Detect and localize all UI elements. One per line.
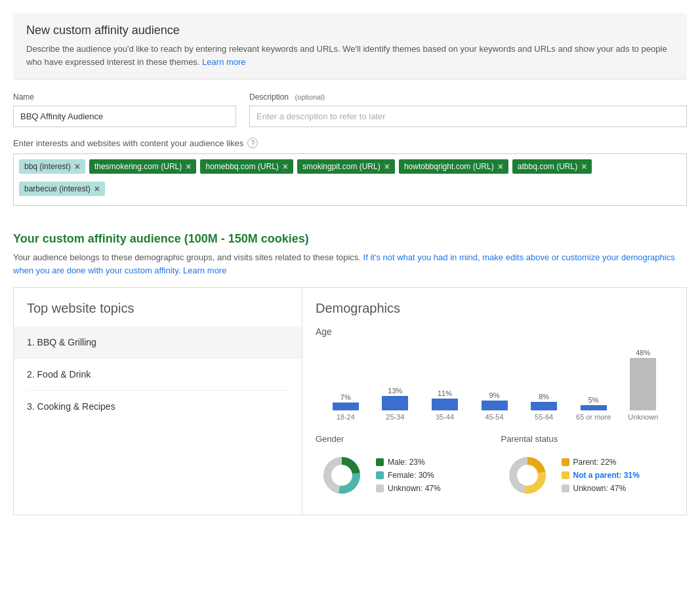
tag-close-icon[interactable]: × bbox=[581, 162, 587, 171]
age-label-item: 65 or more bbox=[570, 413, 617, 421]
topic-item: 2. Food & Drink bbox=[27, 359, 289, 391]
bar-pct-label: 48% bbox=[636, 349, 650, 357]
tags-container: bbq (interest)×thesmokering.com (URL)×ho… bbox=[13, 153, 687, 206]
tag-item: homebbq.com (URL)× bbox=[200, 159, 293, 174]
description-label: Description (optional) bbox=[249, 92, 687, 102]
learn-more-link[interactable]: Learn more bbox=[202, 57, 245, 67]
donut-segment bbox=[509, 457, 527, 494]
age-bar-col: 7% bbox=[322, 393, 369, 410]
tag-label: atbbq.com (URL) bbox=[518, 162, 577, 171]
form-row: Name Description (optional) bbox=[13, 92, 687, 127]
help-icon[interactable]: ? bbox=[247, 138, 258, 148]
legend-item: Unknown: 47% bbox=[376, 484, 441, 493]
age-bar-col: 48% bbox=[619, 349, 667, 410]
audience-description: Your audience belongs to these demograph… bbox=[13, 251, 687, 277]
gender-title: Gender bbox=[316, 434, 488, 444]
topics-title: Top website topics bbox=[27, 301, 289, 316]
age-label-item: 55-64 bbox=[520, 413, 567, 421]
legend-item: Parent: 22% bbox=[562, 458, 640, 467]
age-section: Age 7%13%11%9%8%5%48% 18-2425-3435-4445-… bbox=[316, 326, 673, 421]
legend-label: Not a parent: 31% bbox=[573, 471, 640, 480]
legend-item: Male: 23% bbox=[376, 458, 441, 467]
bar-pct-label: 13% bbox=[388, 387, 402, 395]
topic-item: 1. BBQ & Grilling bbox=[14, 326, 302, 359]
demographics-title: Demographics bbox=[316, 301, 673, 316]
legend-dot bbox=[562, 458, 569, 466]
bar-rect bbox=[333, 403, 359, 410]
bar-pct-label: 9% bbox=[489, 391, 500, 399]
tag-close-icon[interactable]: × bbox=[186, 162, 191, 171]
optional-label: (optional) bbox=[295, 93, 325, 101]
legend-dot bbox=[376, 471, 384, 479]
name-input[interactable] bbox=[13, 106, 236, 127]
tag-item: barbecue (interest)× bbox=[19, 182, 105, 196]
tag-label: bbq (interest) bbox=[24, 162, 71, 171]
age-label: Age bbox=[316, 326, 673, 337]
tag-item: bbq (interest)× bbox=[19, 159, 85, 174]
bar-rect bbox=[531, 402, 557, 410]
legend-dot bbox=[376, 484, 384, 492]
legend-dot bbox=[562, 484, 569, 492]
legend-label: Unknown: 47% bbox=[573, 484, 627, 493]
age-label-item: 25-34 bbox=[372, 413, 419, 421]
tag-close-icon[interactable]: × bbox=[75, 162, 80, 171]
age-labels-row: 18-2425-3435-4445-5455-6465 or moreUnkno… bbox=[316, 413, 673, 421]
gender-legend: Male: 23%Female: 30%Unknown: 47% bbox=[376, 458, 441, 493]
tag-close-icon[interactable]: × bbox=[283, 162, 288, 171]
tag-label: homebbq.com (URL) bbox=[205, 162, 278, 171]
legend-label: Female: 30% bbox=[388, 471, 434, 480]
bar-pct-label: 5% bbox=[588, 396, 599, 404]
tag-item: atbbq.com (URL)× bbox=[512, 159, 592, 174]
gender-section: Gender Male: 23%Female: 30%Unknown: 47% bbox=[316, 434, 488, 502]
topics-list: 1. BBQ & Grilling2. Food & Drink3. Cooki… bbox=[27, 326, 289, 422]
audience-section: Your custom affinity audience (100M - 15… bbox=[13, 232, 687, 515]
cards-row: Top website topics 1. BBQ & Grilling2. F… bbox=[13, 287, 687, 515]
tag-item: thesmokering.com (URL)× bbox=[89, 159, 197, 174]
tag-close-icon[interactable]: × bbox=[498, 162, 503, 171]
donut-segment bbox=[527, 457, 546, 473]
donut-segment bbox=[323, 457, 342, 494]
parental-content: Parent: 22%Not a parent: 31%Unknown: 47% bbox=[501, 449, 674, 502]
tag-label: barbecue (interest) bbox=[24, 184, 91, 193]
page-title: New custom affinity audience bbox=[26, 24, 674, 37]
legend-dot bbox=[376, 458, 384, 466]
demographics-card: Demographics Age 7%13%11%9%8%5%48% 18-24… bbox=[302, 288, 686, 515]
tag-close-icon[interactable]: × bbox=[384, 162, 390, 171]
tag-item: smokingpit.com (URL)× bbox=[297, 159, 395, 174]
age-bars-row: 7%13%11%9%8%5%48% bbox=[316, 345, 673, 410]
name-label: Name bbox=[13, 92, 236, 102]
interests-label: Enter interests and websites with conten… bbox=[13, 138, 687, 148]
donut-segment bbox=[342, 457, 360, 474]
legend-dot bbox=[562, 471, 569, 479]
bar-pct-label: 8% bbox=[539, 393, 549, 401]
parental-section: Parental status Parent: 22%Not a parent:… bbox=[501, 434, 674, 502]
age-bar-col: 11% bbox=[421, 389, 468, 410]
age-bar-col: 8% bbox=[520, 393, 567, 410]
bar-rect bbox=[482, 401, 508, 410]
bar-rect bbox=[630, 358, 656, 410]
tag-label: thesmokering.com (URL) bbox=[94, 162, 182, 171]
name-group: Name bbox=[13, 92, 236, 127]
age-chart: 7%13%11%9%8%5%48% 18-2425-3435-4445-5455… bbox=[316, 345, 673, 421]
bar-rect bbox=[581, 405, 607, 410]
age-label-item: 18-24 bbox=[322, 413, 369, 421]
page-description: Describe the audience you'd like to reac… bbox=[26, 43, 674, 68]
bar-pct-label: 7% bbox=[340, 393, 351, 401]
tag-label: howtobbqright.com (URL) bbox=[404, 162, 494, 171]
legend-item: Not a parent: 31% bbox=[562, 471, 640, 480]
tag-item: howtobbqright.com (URL)× bbox=[399, 159, 508, 174]
description-text: Describe the audience you'd like to reac… bbox=[26, 44, 667, 67]
legend-label: Male: 23% bbox=[388, 458, 425, 467]
age-bar-col: 5% bbox=[570, 396, 617, 410]
tag-label: smokingpit.com (URL) bbox=[302, 162, 381, 171]
bar-rect bbox=[432, 399, 458, 410]
tag-close-icon[interactable]: × bbox=[94, 184, 100, 193]
bar-pct-label: 11% bbox=[438, 389, 452, 397]
age-bar-col: 13% bbox=[372, 387, 419, 410]
audience-learn-more[interactable]: Learn more bbox=[183, 266, 226, 275]
donut-segment bbox=[339, 473, 360, 494]
bar-rect bbox=[382, 396, 408, 410]
description-group: Description (optional) bbox=[249, 92, 687, 127]
audience-title: Your custom affinity audience (100M - 15… bbox=[13, 232, 687, 246]
description-input[interactable] bbox=[249, 106, 687, 127]
